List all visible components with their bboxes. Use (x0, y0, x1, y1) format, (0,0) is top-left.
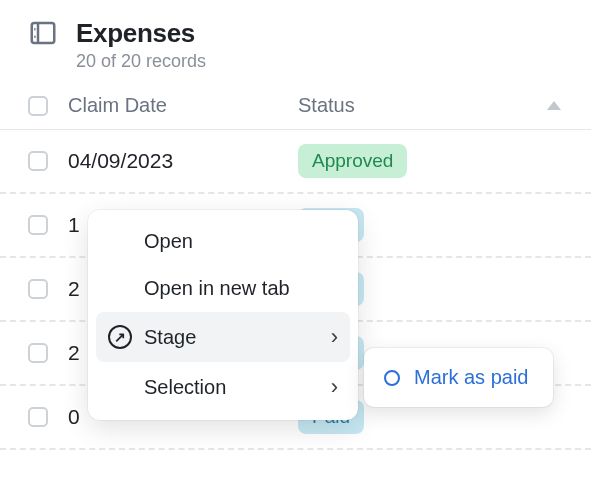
svg-rect-0 (32, 23, 55, 43)
menu-item-label: Open (144, 230, 193, 253)
row-checkbox[interactable] (28, 151, 48, 171)
menu-item-open[interactable]: Open (96, 218, 350, 265)
sort-ascending-icon[interactable] (547, 101, 561, 110)
row-checkbox[interactable] (28, 407, 48, 427)
page-header: Expenses 20 of 20 records (0, 0, 591, 82)
menu-item-stage[interactable]: Stage › (96, 312, 350, 362)
submenu-item-label: Mark as paid (414, 366, 529, 389)
column-status[interactable]: Status (298, 94, 355, 117)
menu-item-open-new-tab[interactable]: Open in new tab (96, 265, 350, 312)
menu-item-selection[interactable]: Selection › (96, 362, 350, 412)
submenu-item-mark-as-paid[interactable]: Mark as paid (370, 354, 547, 401)
table-header-row: Claim Date Status (0, 82, 591, 130)
row-checkbox[interactable] (28, 279, 48, 299)
status-badge: Approved (298, 144, 407, 178)
table-row[interactable]: 04/09/2023 Approved (0, 130, 591, 194)
select-all-checkbox[interactable] (28, 96, 48, 116)
column-claim-date[interactable]: Claim Date (68, 94, 298, 117)
arrow-up-right-circle-icon (108, 325, 132, 349)
row-checkbox[interactable] (28, 343, 48, 363)
row-checkbox[interactable] (28, 215, 48, 235)
circle-outline-icon (384, 370, 400, 386)
stage-submenu: Mark as paid (364, 348, 553, 407)
menu-item-label: Stage (144, 326, 196, 349)
menu-item-label: Selection (144, 376, 226, 399)
record-count: 20 of 20 records (76, 51, 206, 72)
context-menu: Open Open in new tab Stage › Selection › (88, 210, 358, 420)
expenses-icon (28, 18, 58, 48)
chevron-right-icon: › (331, 374, 338, 400)
menu-item-label: Open in new tab (144, 277, 290, 300)
cell-claim-date: 04/09/2023 (68, 149, 298, 173)
page-title: Expenses (76, 18, 206, 49)
chevron-right-icon: › (331, 324, 338, 350)
